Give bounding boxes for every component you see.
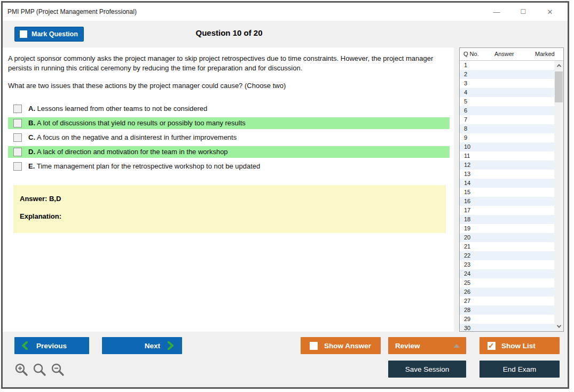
end-exam-label: End Exam: [503, 365, 536, 373]
screenshot-frame: PMI PMP (Project Management Professional…: [0, 0, 574, 392]
column-marked: Marked: [535, 51, 563, 57]
question-prompt: What are two issues that these actions b…: [8, 81, 446, 91]
scrollbar-thumb[interactable]: [555, 71, 563, 102]
question-list-row[interactable]: 1: [460, 61, 554, 70]
question-list-row[interactable]: 23: [460, 260, 554, 269]
show-list-checkbox[interactable]: [487, 342, 496, 350]
explanation-label: Explanation:: [20, 212, 446, 220]
question-list-row[interactable]: 26: [460, 287, 554, 297]
question-list-row[interactable]: 28: [460, 306, 554, 315]
chevron-right-icon: [168, 341, 174, 350]
question-list-row[interactable]: 9: [460, 133, 554, 142]
dropdown-up-icon: [453, 344, 460, 348]
question-list-row[interactable]: 22: [460, 251, 554, 260]
next-button[interactable]: Next: [102, 337, 182, 354]
answer-option-b[interactable]: B. A lot of discussions that yield no re…: [8, 117, 450, 129]
option-checkbox[interactable]: [13, 119, 22, 127]
question-list-row[interactable]: 21: [460, 242, 554, 251]
answer-option-e[interactable]: E. Time management plan for the retrospe…: [8, 161, 450, 172]
show-answer-button[interactable]: Show Answer: [301, 337, 381, 354]
question-list-row[interactable]: 24: [460, 269, 554, 278]
zoom-controls: [14, 363, 65, 377]
question-list-row[interactable]: 3: [460, 79, 554, 88]
question-list-row[interactable]: 13: [460, 170, 554, 179]
title-bar: PMI PMP (Project Management Professional…: [3, 3, 568, 21]
question-list-row[interactable]: 16: [460, 197, 554, 206]
question-list-row[interactable]: 8: [460, 124, 554, 133]
answer-option-c[interactable]: C. A focus on the negative and a disinte…: [8, 132, 450, 143]
question-list-row[interactable]: 25: [460, 278, 554, 287]
show-answer-label: Show Answer: [324, 342, 371, 350]
column-answer: Answer: [494, 51, 535, 57]
question-list-row[interactable]: 29: [460, 315, 554, 324]
answer-option-d[interactable]: D. A lack of direction and motivation fo…: [8, 146, 450, 158]
previous-label: Previous: [36, 342, 67, 350]
maximize-icon[interactable]: ☐: [520, 9, 527, 15]
window-title: PMI PMP (Project Management Professional…: [3, 8, 137, 15]
end-exam-button[interactable]: End Exam: [479, 361, 560, 378]
answer-option-a[interactable]: A. Lessons learned from other teams to n…: [8, 103, 450, 115]
question-panel: A project sponsor commonly asks the proj…: [3, 47, 454, 332]
next-label: Next: [145, 342, 160, 350]
show-list-button[interactable]: Show List: [479, 337, 560, 354]
column-qno: Q No.: [463, 51, 494, 57]
option-checkbox[interactable]: [13, 133, 22, 142]
question-list-row[interactable]: 12: [460, 161, 554, 170]
save-session-button[interactable]: Save Session: [388, 361, 466, 378]
option-checkbox[interactable]: [13, 105, 22, 113]
options-list: A. Lessons learned from other teams to n…: [8, 103, 450, 172]
question-list-panel: Q No. Answer Marked 12345678910111213141…: [459, 47, 564, 332]
main-area: A project sponsor commonly asks the proj…: [3, 47, 568, 332]
question-list-row[interactable]: 10: [460, 142, 554, 151]
question-counter: Question 10 of 20: [3, 28, 455, 37]
question-list-row[interactable]: 7: [460, 115, 554, 124]
scroll-up-icon[interactable]: [554, 61, 563, 70]
previous-button[interactable]: Previous: [14, 337, 89, 354]
chevron-left-icon: [22, 341, 28, 350]
question-list-row[interactable]: 20: [460, 233, 554, 242]
option-text: A. Lessons learned from other teams to n…: [28, 105, 207, 113]
option-text: E. Time management plan for the retrospe…: [28, 162, 260, 170]
question-list-row[interactable]: 18: [460, 215, 554, 224]
question-list-row[interactable]: 30: [460, 324, 554, 331]
question-list-row[interactable]: 6: [460, 106, 554, 115]
question-list-row[interactable]: 4: [460, 88, 554, 97]
zoom-in-icon[interactable]: [14, 363, 29, 377]
option-checkbox[interactable]: [13, 148, 22, 156]
zoom-out-icon[interactable]: [51, 363, 65, 377]
minimize-icon[interactable]: —: [493, 9, 500, 15]
answer-box: Answer: B,D Explanation:: [13, 185, 446, 233]
question-list-row[interactable]: 17: [460, 206, 554, 215]
show-answer-checkbox[interactable]: [310, 342, 318, 350]
scroll-down-icon[interactable]: [554, 322, 563, 331]
zoom-reset-icon[interactable]: [33, 363, 47, 377]
question-list-row[interactable]: 15: [460, 188, 554, 197]
question-list-row[interactable]: 2: [460, 70, 554, 79]
question-paragraph: A project sponsor commonly asks the proj…: [8, 54, 446, 73]
footer-bar: Previous Next Show Answer Review Show Li…: [3, 332, 568, 387]
window-controls: — ☐ ✕: [493, 9, 568, 15]
review-button[interactable]: Review: [388, 337, 466, 354]
show-list-label: Show List: [501, 342, 536, 350]
option-text: B. A lot of discussions that yield no re…: [28, 119, 246, 127]
save-session-label: Save Session: [405, 365, 450, 373]
question-list-body: 1234567891011121314151617181920212223242…: [460, 61, 563, 331]
question-list-row[interactable]: 14: [460, 179, 554, 188]
question-list-row[interactable]: 27: [460, 297, 554, 306]
review-label: Review: [395, 342, 420, 350]
option-checkbox[interactable]: [13, 162, 22, 171]
answer-text: Answer: B,D: [20, 195, 446, 203]
question-list-row[interactable]: 11: [460, 151, 554, 161]
question-list-row[interactable]: 19: [460, 224, 554, 233]
option-text: C. A focus on the negative and a disinte…: [28, 133, 237, 141]
app-window: PMI PMP (Project Management Professional…: [1, 1, 569, 389]
scrollbar[interactable]: [554, 61, 563, 331]
question-list-header: Q No. Answer Marked: [460, 48, 563, 61]
question-list-row[interactable]: 5: [460, 97, 554, 106]
close-icon[interactable]: ✕: [546, 9, 554, 15]
toolbar: Mark Question Question 10 of 20: [3, 21, 568, 47]
option-text: D. A lack of direction and motivation fo…: [28, 148, 228, 156]
